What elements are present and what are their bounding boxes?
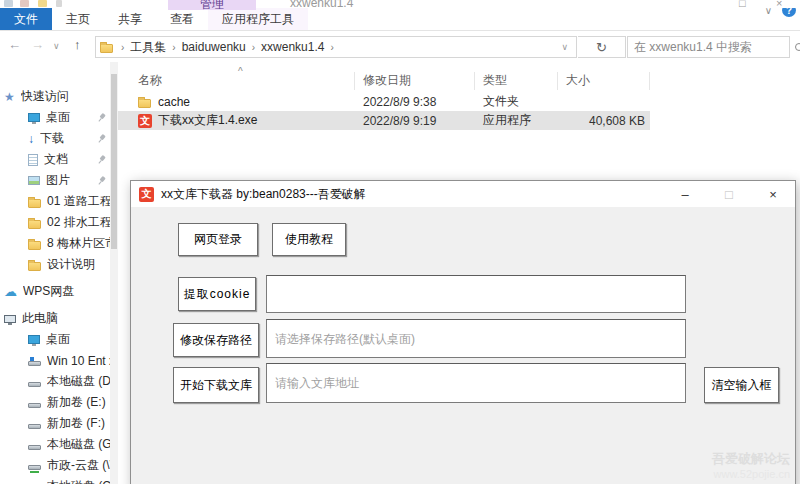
clear-input-button[interactable]: 清空输入框 xyxy=(704,367,779,403)
quick-access-icon[interactable] xyxy=(38,0,47,7)
folder-icon xyxy=(28,199,41,208)
sidebar-item[interactable]: 8 梅林片区市政道 xyxy=(0,233,110,254)
save-path-input[interactable] xyxy=(266,319,686,358)
change-path-button[interactable]: 修改保存路径 xyxy=(173,323,259,357)
ribbon-tabs: 文件主页共享查看应用程序工具 xyxy=(0,8,800,31)
close-icon[interactable]: × xyxy=(776,0,782,9)
quick-access-icon[interactable] xyxy=(4,0,13,7)
breadcrumb-item[interactable]: 工具集 xyxy=(126,39,170,56)
drive-icon xyxy=(28,445,41,450)
quick-access-chevron-icon[interactable] xyxy=(56,0,62,7)
sidebar-item[interactable]: ☁ WPS网盘 xyxy=(0,281,110,302)
maximize-icon: □ xyxy=(707,181,751,207)
column-header-size[interactable]: 大小 xyxy=(558,72,650,90)
explorer-window: 管理 xxwenku1.4 □ × 文件主页共享查看应用程序工具 ∨ ? ← →… xyxy=(0,0,800,484)
refresh-icon: ↻ xyxy=(596,40,607,55)
back-icon[interactable]: ← xyxy=(8,37,21,52)
sidebar-item[interactable]: ★ 快速访问 xyxy=(0,86,110,107)
ribbon-tab[interactable]: 查看 xyxy=(156,8,208,30)
drive-icon xyxy=(28,403,41,408)
up-icon[interactable]: ↑ xyxy=(74,37,81,52)
sidebar-item[interactable]: 桌面 xyxy=(0,329,110,350)
dialog-controls: – □ × xyxy=(663,181,795,207)
sidebar-item[interactable]: 新加卷 (F:) xyxy=(0,413,110,434)
sidebar-item[interactable]: 设计说明 xyxy=(0,254,110,275)
pin-icon xyxy=(94,131,108,145)
breadcrumb: ›工具集›baiduwenku›xxwenku1.4› xyxy=(119,39,336,56)
file-list-header: ^ 名称 修改日期 类型 大小 xyxy=(118,68,800,92)
forward-icon[interactable]: → xyxy=(31,37,44,52)
search-box xyxy=(627,36,790,58)
quick-access-icon[interactable] xyxy=(20,0,29,7)
pictures-icon xyxy=(28,176,40,185)
start-download-button[interactable]: 开始下载文库 xyxy=(173,367,259,403)
ribbon-tab[interactable]: 共享 xyxy=(104,8,156,30)
dialog-title: xx文库下载器 by:bean0283---吾爱破解 xyxy=(161,186,366,203)
sidebar-item[interactable]: 新加卷 (E:) xyxy=(0,392,110,413)
web-login-button[interactable]: 网页登录 xyxy=(178,223,258,256)
folder-icon xyxy=(100,44,113,53)
minimize-icon[interactable]: – xyxy=(663,181,707,207)
navigation-bar: ← → ∨ ↑ ›工具集›baiduwenku›xxwenku1.4› ∨ ↻ xyxy=(0,31,800,62)
downloader-dialog: 文 xx文库下载器 by:bean0283---吾爱破解 – □ × 网页登录 … xyxy=(130,180,796,484)
breadcrumb-separator-icon: › xyxy=(328,42,335,53)
pc-icon xyxy=(4,315,16,323)
column-header-date[interactable]: 修改日期 xyxy=(355,72,475,90)
breadcrumb-item[interactable]: baiduwenku xyxy=(178,40,250,54)
sidebar-item[interactable]: Win 10 Ent x64 xyxy=(0,350,110,371)
drive-icon xyxy=(28,424,41,429)
sidebar-item[interactable]: 01 道路工程 xyxy=(0,191,110,212)
sidebar-scrollbar[interactable] xyxy=(110,62,118,484)
wenku-app-icon: 文 xyxy=(139,187,154,202)
extract-cookie-button[interactable]: 提取cookie xyxy=(178,277,256,311)
breadcrumb-separator-icon: › xyxy=(250,42,257,53)
desktop-icon xyxy=(28,335,40,344)
folder-icon xyxy=(28,220,41,229)
download-icon: ↓ xyxy=(28,132,34,146)
tutorial-button[interactable]: 使用教程 xyxy=(272,223,346,256)
history-chevron-icon[interactable]: ∨ xyxy=(53,41,60,51)
maximize-icon[interactable]: □ xyxy=(739,0,746,9)
address-chevron-icon[interactable]: ∨ xyxy=(561,42,572,52)
refresh-button[interactable]: ↻ xyxy=(578,36,626,58)
sidebar-item[interactable]: 桌面 xyxy=(0,107,110,128)
search-input[interactable] xyxy=(628,40,795,54)
manage-contextual-label: 管理 xyxy=(168,0,256,10)
sidebar-item[interactable]: 此电脑 xyxy=(0,308,110,329)
address-bar[interactable]: ›工具集›baiduwenku›xxwenku1.4› ∨ xyxy=(95,36,577,58)
drive-icon xyxy=(28,382,41,387)
file-rows: cache 2022/8/9 9:38 文件夹 文 下载xx文库1.4.exe … xyxy=(118,92,800,130)
sidebar: ★ 快速访问 桌面 ↓ 下载 文档 图片 01 道路工程 02 排水工程 8 梅… xyxy=(0,62,110,484)
cloud-icon: ☁ xyxy=(4,284,17,299)
sidebar-item[interactable]: 文档 xyxy=(0,149,110,170)
ribbon-tab[interactable]: 主页 xyxy=(52,8,104,30)
sidebar-item[interactable]: 本地磁盘 (G:) xyxy=(0,434,110,455)
folder-icon xyxy=(28,262,41,271)
ribbon-tab[interactable]: 文件 xyxy=(0,8,52,30)
file-row[interactable]: 文 下载xx文库1.4.exe 2022/8/9 9:19 应用程序 40,60… xyxy=(118,111,650,130)
doc-url-input[interactable] xyxy=(266,363,686,403)
sidebar-item[interactable]: 图片 xyxy=(0,170,110,191)
document-icon xyxy=(28,154,38,166)
sidebar-item[interactable]: 市政-云盘 (\\192 xyxy=(0,455,110,476)
column-header-type[interactable]: 类型 xyxy=(475,72,558,90)
scrollbar-thumb[interactable] xyxy=(111,74,117,249)
star-icon: ★ xyxy=(4,90,15,104)
ribbon-tab[interactable]: 应用程序工具 xyxy=(208,8,308,30)
pin-icon xyxy=(94,152,108,166)
search-icon[interactable] xyxy=(795,43,800,51)
file-row[interactable]: cache 2022/8/9 9:38 文件夹 xyxy=(118,92,650,111)
sidebar-item[interactable]: ↓ 下载 xyxy=(0,128,110,149)
breadcrumb-separator-icon: › xyxy=(119,42,126,53)
cookie-input[interactable] xyxy=(266,275,686,313)
sidebar-item[interactable]: 本地磁盘 (D:) xyxy=(0,371,110,392)
net-drive-icon xyxy=(28,465,41,470)
sidebar-item[interactable]: 本地磁盘 (C:) xyxy=(0,476,110,484)
folder-icon xyxy=(138,99,151,108)
sidebar-item[interactable]: 02 排水工程 xyxy=(0,212,110,233)
column-header-name[interactable]: 名称 xyxy=(130,72,355,90)
dialog-titlebar[interactable]: 文 xx文库下载器 by:bean0283---吾爱破解 – □ × xyxy=(131,181,795,207)
pin-icon xyxy=(94,110,108,124)
breadcrumb-item[interactable]: xxwenku1.4 xyxy=(257,40,328,54)
close-icon[interactable]: × xyxy=(751,181,795,207)
